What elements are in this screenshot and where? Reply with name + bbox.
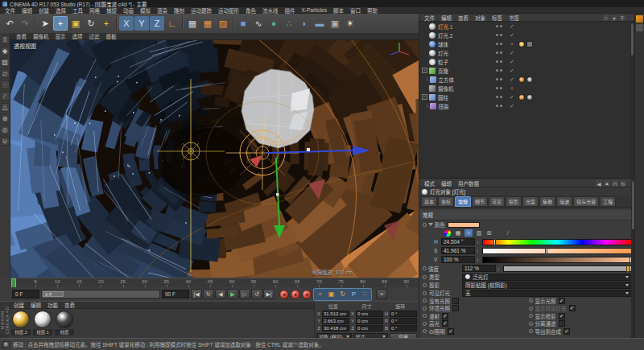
anim-dot-icon[interactable] [423,275,427,279]
texture-mode-icon[interactable]: ▨ [1,58,10,67]
phong-tag-icon[interactable] [526,76,533,83]
color-mixer-icon[interactable]: ⊞ [485,229,493,237]
material-材质.1[interactable]: 材质.1 [33,311,52,336]
edges-mode-icon[interactable]: ∕ [1,92,10,101]
object-row-摄像机[interactable]: 摄像机× [419,84,634,93]
add-cube-icon[interactable]: ■ [236,16,250,31]
goto-start-button[interactable]: |◀ [191,289,202,299]
lock-x-icon[interactable]: X [119,16,134,31]
key-position-icon[interactable]: + [315,290,325,299]
menu-item-文件[interactable]: 文件 [2,6,19,14]
filter-icon[interactable]: ≡ [619,14,625,21]
menu-item-书签[interactable]: 书签 [506,14,522,22]
object-label[interactable]: 灯光.1 [438,23,452,31]
layout-palette-icon[interactable] [636,15,643,23]
add-light-icon[interactable]: ☀ [343,16,357,31]
menu-item-模式[interactable]: 模式 [421,179,438,187]
object-row-立方体[interactable]: └立方体✓ [419,75,634,84]
key-parameter-icon[interactable]: P [349,290,359,299]
rotation-input[interactable]: 0 ° [390,325,417,331]
rotation-input[interactable]: 0 ° [390,311,417,317]
disabled-cross-icon[interactable]: × [509,41,515,47]
object-label[interactable]: 扭曲 [439,102,449,110]
collapse-icon[interactable]: - [422,68,427,73]
menu-item-显示[interactable]: 显示 [52,33,69,40]
back-arrow-icon[interactable]: ◀ [596,180,602,187]
color-swatch[interactable] [448,222,480,228]
object-label[interactable]: 球体 [438,40,448,48]
checkbox-分离通道[interactable] [559,320,565,327]
collapse-icon[interactable]: - [422,94,427,100]
scale-tool-icon[interactable]: ▣ [68,16,83,31]
add-deformer-icon[interactable]: ◗ [297,16,312,31]
object-label[interactable]: 粒子 [438,58,448,66]
object-label[interactable]: 圆柱 [438,93,448,101]
range-start-handle[interactable]: 0 F [43,291,64,297]
position-input[interactable]: 2.663 cm [322,318,349,324]
anim-dot-icon[interactable] [529,329,533,333]
anim-dot-icon[interactable] [423,223,427,227]
checkbox-显示可见灯光[interactable]: ✓ [569,305,576,311]
checkbox-没有光照[interactable] [452,298,459,304]
timeline-range-slider[interactable]: 0 F [41,290,160,299]
object-row-克隆[interactable]: -克隆✓ [419,66,634,75]
viewport-solo-icon[interactable]: ◎ [1,126,10,134]
key-scale-icon[interactable]: ▣ [326,290,336,299]
checkbox-GI照明[interactable]: ✓ [448,328,454,335]
menu-item-插件[interactable]: 插件 [282,6,299,14]
visibility-dots[interactable] [496,78,509,80]
hsv-slider[interactable] [482,248,632,254]
timeline-ruler[interactable]: 51015202530354045505560657075808590 [10,278,419,287]
enable-axis-icon[interactable]: ⊕ [1,114,10,123]
lock-icon[interactable]: ⊓ [612,180,618,187]
menu-item-编辑[interactable]: 编辑 [27,301,44,309]
timeline-menu-icon[interactable]: ≡ [376,289,387,299]
color-spectrum-icon[interactable]: ▦ [454,229,462,237]
可见灯光-select[interactable]: 无 [462,290,632,297]
menu-item-动画[interactable]: 动画 [120,6,137,14]
anim-dot-icon[interactable] [529,307,533,311]
3d-scene[interactable] [10,40,419,278]
enabled-check-icon[interactable]: ✓ [509,94,515,101]
anim-dot-icon[interactable] [423,314,427,318]
menu-item-帮助[interactable]: 帮助 [364,6,381,14]
color-wheel-icon[interactable] [444,229,452,237]
menu-item-摄像机[interactable]: 摄像机 [30,33,52,40]
visibility-dots[interactable] [496,51,509,54]
checkbox-漫射[interactable]: ✓ [442,313,448,319]
menu-item-流水线[interactable]: 流水线 [259,6,282,14]
color-picker-icon[interactable]: ∕ [504,229,512,237]
checkbox-导出到合成[interactable]: ✓ [564,328,570,335]
object-row-圆柱[interactable]: -圆柱✓ [419,93,634,101]
object-row-扭曲[interactable]: └扭曲✓ [419,101,634,110]
play-button[interactable]: ▶ [227,289,238,299]
add-environment-icon[interactable]: ▬ [312,16,327,31]
visibility-dots[interactable] [496,87,509,89]
menu-item-脚本[interactable]: 脚本 [330,6,347,14]
spinner-icon[interactable]: ↕ [477,240,481,245]
tab-可见[interactable]: 可见 [489,196,505,207]
tab-焦散[interactable]: 焦散 [539,196,555,207]
material-preview[interactable] [56,311,73,328]
menu-item-X-Particles[interactable]: X-Particles [299,7,330,13]
rotate-tool-icon[interactable]: ↻ [84,16,98,31]
perspective-viewport[interactable]: 查看摄像机显示选项过滤面板 透视视图 间隔缩放: 100 cm [10,33,419,278]
object-row-灯光.1[interactable]: 灯光.1✓ [419,22,634,31]
coord-system-icon[interactable]: ∟ [165,16,180,31]
add-spline-icon[interactable]: ∿ [251,16,266,31]
spinner-icon[interactable]: ↕ [497,266,502,271]
checkbox-显示光照[interactable]: ✓ [559,298,565,304]
add-mograph-icon[interactable]: ∴ [282,16,296,31]
workplane-mode-icon[interactable]: ▱ [1,69,10,78]
hsv-value-input[interactable]: 41.961 % [441,247,475,254]
panel-toggle-icon[interactable] [636,24,643,31]
end-frame-input[interactable]: 90 F [162,290,189,299]
menu-item-功能[interactable]: 功能 [44,301,61,309]
object-row-灯光.2[interactable]: 灯光.2✓ [419,31,634,39]
anim-dot-icon[interactable] [423,299,427,303]
material-preview[interactable] [12,311,30,328]
color-sliders-icon[interactable]: ≡ [464,229,473,237]
tab-细节[interactable]: 细节 [472,196,488,207]
color-swatches-icon[interactable]: ▥ [475,229,483,237]
anim-dot-icon[interactable] [423,266,427,270]
